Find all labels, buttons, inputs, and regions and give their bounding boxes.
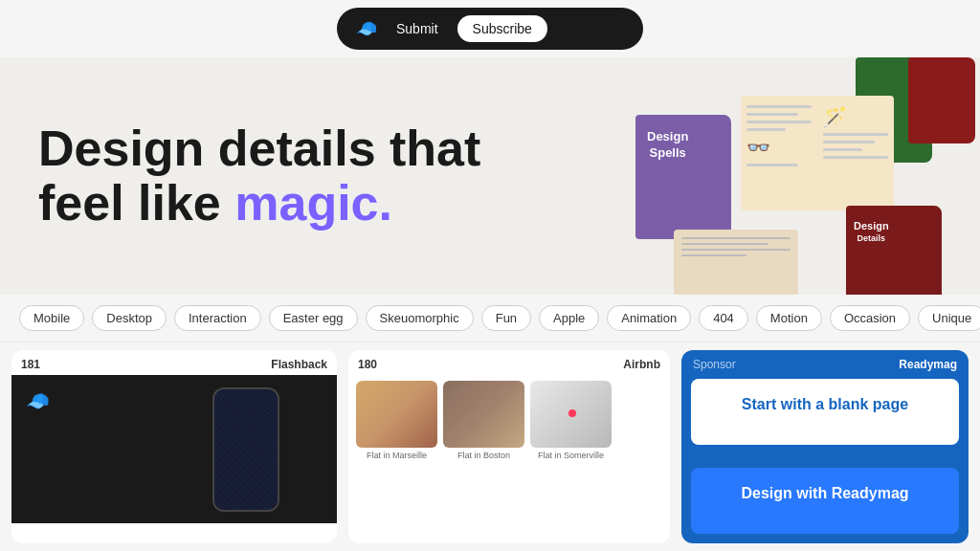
tag-mobile[interactable]: Mobile — [19, 305, 84, 331]
sponsor-header: Sponsor Readymag — [681, 350, 969, 375]
airbnb-thumb-2: Flat in Boston — [443, 381, 524, 460]
glasses-icon: 👓 — [746, 136, 812, 159]
card-flashback: 181 Flashback 🧢 — [11, 350, 337, 543]
wand-icon: 🪄 — [823, 105, 888, 128]
subscribe-button[interactable]: Subscribe — [457, 15, 547, 42]
airbnb-thumb-label-2: Flat in Boston — [443, 451, 524, 460]
sponsor-blank-page-label: Start with a blank page — [701, 396, 949, 413]
card-airbnb-number: 180 — [358, 358, 377, 371]
book-title-design-spells: DesignSpells — [647, 129, 688, 162]
hero-title: Design details that feel like magic. — [38, 121, 588, 231]
hero-magic-word: magic. — [234, 175, 392, 231]
hero-title-line2: feel like magic. — [38, 175, 392, 231]
airbnb-thumb-label-1: Flat in Marseille — [356, 451, 437, 460]
airbnb-thumb-label-3: Flat in Somerville — [530, 451, 612, 460]
flashback-visual: 🧢 — [11, 375, 337, 523]
book-open: 👓 🪄 — [741, 96, 894, 210]
card-airbnb-label: Airbnb — [623, 358, 660, 371]
airbnb-thumbnails: Flat in Marseille Flat in Boston Flat in… — [348, 375, 670, 466]
flashback-logo-icon: 🧢 — [26, 389, 50, 412]
book-red-top — [908, 57, 975, 143]
hero-section: Design details that feel like magic. Des… — [0, 57, 980, 295]
card-sponsor: Sponsor Readymag Start with a blank page… — [681, 350, 969, 543]
tag-occasion[interactable]: Occasion — [830, 305, 910, 331]
hero-text-block: Design details that feel like magic. — [0, 93, 626, 259]
tag-skeuomorphic[interactable]: Skeuomorphic — [366, 305, 474, 331]
sponsor-brand: Readymag — [899, 358, 957, 371]
tag-fun[interactable]: Fun — [481, 305, 531, 331]
book-dark-red: DesignDetails — [846, 206, 942, 295]
book-beige — [674, 230, 798, 295]
navbar-inner: 🧢 Submit Subscribe — [337, 8, 643, 50]
tag-unique[interactable]: Unique — [918, 305, 980, 331]
phone-mockup — [212, 387, 279, 512]
card-flashback-label: Flashback — [271, 358, 327, 371]
airbnb-thumb-1: Flat in Marseille — [356, 381, 437, 460]
tag-404[interactable]: 404 — [699, 305, 748, 331]
card-flashback-number: 181 — [21, 358, 40, 371]
sponsor-design-button[interactable]: Design with Readymag — [691, 468, 959, 534]
sponsor-label: Sponsor — [693, 358, 736, 371]
map-location-dot — [568, 409, 576, 417]
airbnb-img-bedroom — [443, 381, 524, 448]
navbar: 🧢 Submit Subscribe — [0, 0, 980, 57]
tag-interaction[interactable]: Interaction — [174, 305, 261, 331]
fabric-texture — [214, 389, 278, 510]
sponsor-design-label: Design with Readymag — [701, 485, 949, 502]
card-flashback-header: 181 Flashback — [11, 350, 337, 375]
tag-animation[interactable]: Animation — [607, 305, 691, 331]
tag-apple[interactable]: Apple — [539, 305, 599, 331]
hero-title-line1: Design details that — [38, 121, 480, 176]
card-airbnb-header: 180 Airbnb — [348, 350, 670, 375]
submit-button[interactable]: Submit — [396, 21, 438, 36]
hero-books-illustration: DesignSpells 👓 🪄 — [626, 57, 980, 295]
airbnb-img-living — [356, 381, 437, 448]
content-area: 181 Flashback 🧢 180 Airbnb Flat in Marse… — [0, 342, 980, 551]
airbnb-img-map — [530, 381, 612, 448]
airbnb-thumb-3: Flat in Somerville — [530, 381, 612, 460]
tag-easter-egg[interactable]: Easter egg — [269, 305, 358, 331]
tag-desktop[interactable]: Desktop — [92, 305, 167, 331]
sponsor-divider-dot — [820, 452, 830, 461]
card-airbnb: 180 Airbnb Flat in Marseille Flat in Bos… — [348, 350, 670, 543]
tag-motion[interactable]: Motion — [756, 305, 822, 331]
nav-logo-icon: 🧢 — [356, 18, 377, 39]
book-purple: DesignSpells — [635, 115, 731, 239]
sponsor-blank-page-button[interactable]: Start with a blank page — [691, 379, 959, 445]
tags-bar: Mobile Desktop Interaction Easter egg Sk… — [0, 295, 980, 342]
